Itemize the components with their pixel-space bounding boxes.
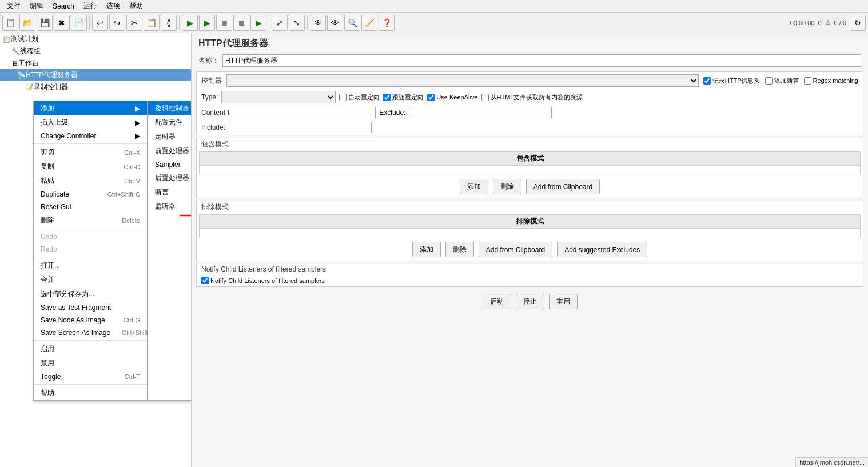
toolbar-view2-btn[interactable]: 👁: [327, 15, 343, 31]
toolbar-stop-btn[interactable]: ⏹: [216, 15, 232, 31]
toolbar-clear-btn[interactable]: 🧹: [361, 15, 377, 31]
menu-file[interactable]: 文件: [2, 0, 25, 12]
record-http-checkbox[interactable]: [703, 77, 711, 85]
tree-node-recorder[interactable]: 📝 录制控制器: [0, 81, 191, 93]
include-add-btn[interactable]: 添加: [460, 179, 488, 194]
name-input[interactable]: [222, 54, 861, 67]
auto-redirect-checkbox[interactable]: [339, 94, 347, 101]
ctx-merge[interactable]: 合并: [34, 273, 147, 287]
submenu-add-timer[interactable]: 定时器 ▶: [148, 130, 192, 144]
toolbar-close-btn[interactable]: ✖: [54, 15, 70, 31]
ctx-duplicate[interactable]: Duplicate Ctrl+Shift-C: [34, 188, 147, 201]
tree-node-httpproxy[interactable]: 📡 HTTP代理服务器: [0, 69, 191, 81]
notify-checkbox[interactable]: [201, 277, 209, 284]
submenu-add-postproc[interactable]: 后置处理器 ▶: [148, 171, 192, 185]
toolbar-saveas-btn[interactable]: 📄: [71, 15, 87, 31]
stop-btn[interactable]: 停止: [516, 294, 544, 309]
tree-node-testplan[interactable]: 📋 测试计划: [0, 33, 191, 45]
fetch-resources-checkbox[interactable]: [481, 94, 489, 101]
toolbar-help-btn[interactable]: ❓: [379, 15, 395, 31]
exclude-suggested-btn[interactable]: Add suggested Excludes: [557, 242, 647, 257]
ctx-sep5: [34, 384, 147, 385]
menu-edit[interactable]: 编辑: [25, 0, 48, 12]
restart-btn[interactable]: 重启: [549, 294, 578, 309]
ctx-disable[interactable]: 禁用: [34, 356, 147, 370]
include-clipboard-btn[interactable]: Add from Clipboard: [526, 179, 600, 194]
toolbar-run-thread-btn[interactable]: ▶: [250, 15, 266, 31]
toolbar-toggle2-btn[interactable]: ⤡: [289, 15, 305, 31]
ctx-reset-gui[interactable]: Reset Gui: [34, 201, 147, 213]
submenu-add-assertion[interactable]: 断言 ▶: [148, 185, 192, 199]
ctx-insert-parent[interactable]: 插入上级 ▶: [34, 115, 147, 130]
tree-label-workbench: 工作台: [18, 58, 39, 68]
ctx-save-node-image[interactable]: Save Node As Image Ctrl-G: [34, 314, 147, 326]
menu-search[interactable]: Search: [48, 1, 79, 11]
menu-help[interactable]: 帮助: [125, 0, 148, 12]
submenu-add-config[interactable]: 配置元件 ▶: [148, 115, 192, 130]
toolbar-redo-btn[interactable]: ↪: [109, 15, 125, 31]
toolbar-expand-btn[interactable]: ⟪: [161, 15, 177, 31]
include-input[interactable]: [229, 122, 372, 133]
toolbar-cut-btn[interactable]: ✂: [126, 15, 142, 31]
toolbar-open-btn[interactable]: 📂: [19, 15, 35, 31]
content-type-input[interactable]: [233, 107, 376, 118]
ctx-save-screen-image[interactable]: Save Screen As Image Ctrl+Shift-G: [34, 326, 147, 339]
toolbar-play-start-btn[interactable]: ▶: [199, 15, 215, 31]
ctx-add[interactable]: 添加 ▶: [34, 101, 147, 115]
add-assertion-checkbox[interactable]: [765, 77, 773, 85]
tree-node-workbench[interactable]: 🖥 工作台: [0, 57, 191, 69]
ctx-save-node-image-shortcut: Ctrl-G: [124, 317, 140, 324]
toolbar-save-btn[interactable]: 💾: [37, 15, 53, 31]
include-delete-btn[interactable]: 删除: [493, 179, 521, 194]
type-label: Type:: [201, 93, 218, 101]
ctx-toggle[interactable]: Toggle Ctrl-T: [34, 370, 147, 383]
ctx-open[interactable]: 打开...: [34, 258, 147, 273]
submenu-add-sampler[interactable]: Sampler ▶: [148, 158, 192, 171]
toolbar-refresh-btn[interactable]: ↻: [850, 15, 866, 31]
ctx-help[interactable]: 帮助: [34, 386, 147, 400]
toolbar-undo-btn[interactable]: ↩: [92, 15, 108, 31]
ctx-save-partial[interactable]: 选中部分保存为...: [34, 287, 147, 301]
toolbar-stop-all-btn[interactable]: ⏹: [233, 15, 249, 31]
type-select[interactable]: [221, 91, 336, 103]
submenu-add-listener[interactable]: 监听器 ▶: [148, 199, 192, 214]
exclude-input[interactable]: [409, 107, 552, 118]
menu-run[interactable]: 运行: [79, 0, 102, 12]
toolbar-new-btn[interactable]: 📋: [2, 15, 18, 31]
ctx-save-node-image-label: Save Node As Image: [41, 316, 105, 324]
context-menu-overlay: 添加 ▶ 插入上级 ▶ Change Controller ▶ 剪切 Ctrl-…: [33, 101, 192, 401]
record-http-text: 记录HTTP信息头: [712, 77, 761, 85]
keepalive-checkbox[interactable]: [427, 94, 435, 101]
ctx-change-controller[interactable]: Change Controller ▶: [34, 130, 147, 142]
include-section: 包含模式 包含模式 添加 删除 Add from Clipboard: [196, 138, 863, 198]
exclude-clipboard-btn[interactable]: Add from Clipboard: [479, 242, 552, 257]
toolbar-view1-btn[interactable]: 👁: [310, 15, 326, 31]
tree-label-threadgroup: 线程组: [20, 46, 41, 56]
regex-matching-checkbox[interactable]: [804, 77, 811, 85]
tree-node-threadgroup[interactable]: 🔧 线程组: [0, 45, 191, 57]
follow-redirect-checkbox[interactable]: [383, 94, 391, 101]
start-btn[interactable]: 启动: [483, 294, 511, 309]
add-assertion-label: 添加断言: [765, 77, 799, 85]
ctx-delete[interactable]: 删除 Delete: [34, 213, 147, 227]
exclude-delete-btn[interactable]: 删除: [445, 242, 474, 257]
controller-select[interactable]: [226, 74, 699, 87]
submenu-add-timer-label: 定时器: [155, 132, 176, 142]
ctx-toggle-label: Toggle: [41, 373, 61, 381]
toolbar-search-btn[interactable]: 🔍: [344, 15, 360, 31]
ctx-duplicate-shortcut: Ctrl+Shift-C: [107, 191, 140, 198]
toolbar-copy-btn[interactable]: 📋: [144, 15, 160, 31]
toolbar-toggle1-btn[interactable]: ⤢: [272, 15, 288, 31]
ctx-paste[interactable]: 粘贴 Ctrl-V: [34, 174, 147, 188]
toolbar-play-btn[interactable]: ▶: [182, 15, 198, 31]
ctx-save-fragment[interactable]: Save as Test Fragment: [34, 301, 147, 314]
ctx-redo[interactable]: Redo: [34, 243, 147, 256]
ctx-undo[interactable]: Undo: [34, 230, 147, 243]
menu-options[interactable]: 选项: [102, 0, 125, 12]
exclude-add-btn[interactable]: 添加: [412, 242, 441, 257]
submenu-add-preproc[interactable]: 前置处理器 ▶: [148, 144, 192, 158]
ctx-copy[interactable]: 复制 Ctrl-C: [34, 159, 147, 174]
submenu-add-logic[interactable]: 逻辑控制器 ▶: [148, 101, 192, 115]
ctx-cut[interactable]: 剪切 Ctrl-X: [34, 145, 147, 159]
ctx-enable[interactable]: 启用: [34, 342, 147, 356]
